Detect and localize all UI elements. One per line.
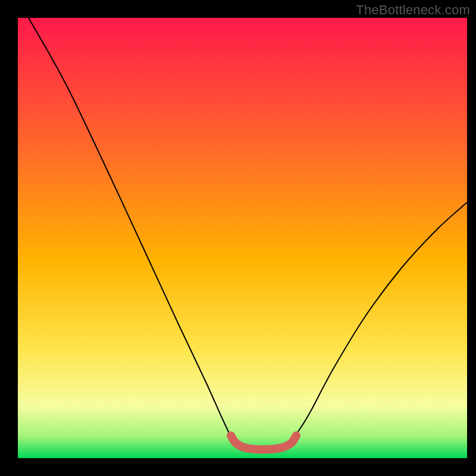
watermark-text: TheBottleneck.com <box>356 2 470 18</box>
chart-stage: TheBottleneck.com <box>0 0 476 476</box>
chart-svg <box>0 0 476 476</box>
plot-background <box>18 18 467 458</box>
